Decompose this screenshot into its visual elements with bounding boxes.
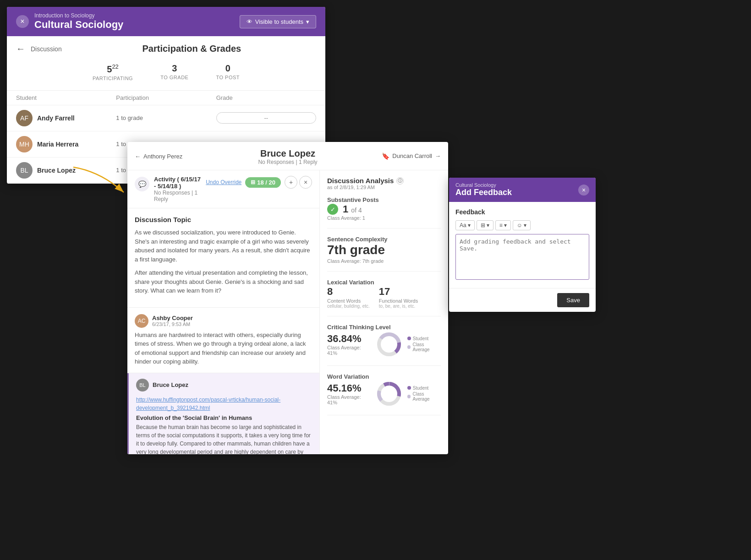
- substantive-posts-numbers: 1 of 4: [343, 203, 362, 215]
- comment-header-ashby: AC Ashby Cooper 6/23/17, 9:53 AM: [135, 314, 312, 328]
- bruce-comment-author: Bruce Lopez: [153, 381, 188, 388]
- content-words-label: Content Words: [327, 298, 370, 304]
- next-student-name: Duncan Carroll: [392, 152, 432, 159]
- detail-body: 💬 Activity ( 6/15/17 - 5/14/18 ) No Resp…: [127, 170, 448, 454]
- bruce-article-text: Because the human brain has become so la…: [136, 423, 312, 455]
- content-words-num: 8: [327, 286, 370, 298]
- student-cell-andy: AF Andy Farrell: [16, 110, 116, 126]
- critical-thinking-metric: Critical Thinking Level 36.84% Class Ave…: [327, 324, 441, 366]
- bookmark-icon: 🔖: [382, 152, 389, 160]
- student-name-andy: Andy Farrell: [37, 114, 75, 122]
- student-cell-maria: MH Maria Herrera: [16, 136, 116, 152]
- activity-info: Activity ( 6/15/17 - 5/14/18 ) No Respon…: [154, 176, 201, 202]
- main-panel-header: × Introduction to Sociology Cultural Soc…: [7, 7, 325, 36]
- participating-label: PARTICIPATING: [93, 76, 133, 81]
- avatar-ashby: AC: [135, 314, 148, 328]
- bruce-comment-section: BL Bruce Lopez http://www.huffingtonpost…: [127, 373, 319, 455]
- topic-paragraph-1: As we discussed socialization, you were …: [135, 228, 312, 264]
- left-pane: 💬 Activity ( 6/15/17 - 5/14/18 ) No Resp…: [127, 170, 320, 454]
- analysis-date: as of 2/8/19, 1:29 AM: [327, 185, 441, 190]
- next-student-button[interactable]: 🔖 Duncan Carroll →: [382, 152, 441, 160]
- critical-thinking-value-area: 36.84% Class Average: 41%: [327, 333, 371, 356]
- feedback-header: Cultural Sociology Add Feedback ×: [449, 178, 596, 202]
- student-legend: Student: [407, 336, 441, 341]
- activity-icon: 💬: [135, 177, 149, 191]
- feedback-textarea[interactable]: [455, 234, 589, 280]
- sentence-complexity-value: 7th grade: [327, 243, 441, 257]
- align-button[interactable]: ≡ ▾: [495, 220, 511, 230]
- font-size-button[interactable]: Aa ▾: [455, 220, 475, 230]
- feedback-panel: Cultural Sociology Add Feedback × Feedba…: [449, 178, 596, 312]
- comment-ashby: AC Ashby Cooper 6/23/17, 9:53 AM Humans …: [127, 308, 319, 373]
- to-post-stat: 0 TO POST: [216, 63, 240, 81]
- word-variation-value-area: 45.16% Class Average: 41%: [327, 382, 371, 405]
- feedback-header-text: Cultural Sociology Add Feedback: [455, 182, 512, 197]
- info-icon[interactable]: ⓘ: [396, 177, 404, 185]
- student-dot-wv: [407, 386, 411, 390]
- topic-title: Discussion Topic: [135, 216, 312, 223]
- col-participation: Participation: [116, 94, 216, 101]
- left-arrow-icon: ←: [135, 152, 141, 159]
- course-parent-label: Introduction to Sociology: [34, 12, 240, 19]
- chevron-down-icon-align: ▾: [504, 222, 507, 228]
- feedback-label: Feedback: [455, 208, 589, 216]
- student-name-bruce: Bruce Lopez: [37, 167, 76, 174]
- grid-icon: ⊞: [251, 179, 255, 185]
- feedback-toolbar: Aa ▾ ⊞ ▾ ≡ ▾ ☺ ▾: [455, 220, 589, 230]
- add-feedback-button[interactable]: +: [285, 176, 297, 189]
- critical-thinking-avg: Class Average: 41%: [327, 345, 371, 356]
- student-row-andy[interactable]: AF Andy Farrell 1 to grade --: [7, 105, 325, 131]
- participating-number: 522: [93, 63, 133, 75]
- detail-panel: ← Anthony Perez Bruce Lopez No Responses…: [127, 142, 448, 454]
- word-variation-donut-row: 45.16% Class Average: 41% Stude: [327, 380, 441, 408]
- main-panel-title-area: Introduction to Sociology Cultural Socio…: [29, 12, 240, 31]
- grade-badge: ⊞ 18 / 20: [245, 177, 281, 188]
- critical-thinking-donut-row: 36.84% Class Average: 41% Stude: [327, 331, 441, 358]
- stats-row: 522 PARTICIPATING 3 TO GRADE 0 TO POST: [7, 54, 325, 91]
- functional-words-label: Functional Words: [379, 298, 418, 304]
- functional-words-sub: to, be, are, is, etc.: [379, 304, 418, 309]
- sentence-complexity-metric: Sentence Complexity 7th grade Class Aver…: [327, 236, 441, 272]
- discussion-topic-section: Discussion Topic As we discussed sociali…: [127, 208, 319, 308]
- word-variation-label: Word Variation: [327, 373, 441, 380]
- class-avg-dot: [407, 345, 411, 349]
- bruce-article-title: Evolution of the 'Social Brain' in Human…: [136, 414, 312, 421]
- prev-student-button[interactable]: ← Anthony Perez: [135, 152, 182, 159]
- comment-author-info: Ashby Cooper 6/23/17, 9:53 AM: [152, 315, 193, 327]
- critical-thinking-donut: [375, 331, 403, 358]
- feedback-subtitle: Cultural Sociology: [455, 182, 512, 188]
- word-variation-legend: Student Class Average: [407, 386, 441, 402]
- word-variation-metric: Word Variation 45.16% Class Average: 41%: [327, 373, 441, 415]
- sentence-complexity-avg: Class Average: 7th grade: [327, 258, 441, 264]
- discussion-nav: ← Discussion Participation & Grades: [7, 36, 325, 54]
- bruce-comment-header: BL Bruce Lopez: [136, 379, 312, 391]
- content-words-sub: cellular, building, etc.: [327, 304, 370, 309]
- insert-button[interactable]: ⊞ ▾: [477, 220, 493, 230]
- lexical-row: 8 Content Words cellular, building, etc.…: [327, 286, 441, 309]
- chevron-down-icon-insert: ▾: [487, 222, 489, 228]
- right-pane-analysis: Discussion Analysis ⓘ as of 2/8/19, 1:29…: [320, 170, 448, 454]
- class-avg-legend: Class Average: [407, 342, 441, 352]
- word-variation-avg: Class Average: 41%: [327, 394, 371, 405]
- topic-paragraph-2: After attending the virtual presentation…: [135, 268, 312, 295]
- more-options-button[interactable]: ×: [299, 176, 312, 189]
- to-grade-stat: 3 TO GRADE: [160, 63, 188, 81]
- feedback-close-button[interactable]: ×: [578, 185, 589, 196]
- back-arrow-icon[interactable]: ←: [16, 43, 25, 54]
- prev-student-name: Anthony Perez: [143, 152, 182, 159]
- undo-override-link[interactable]: Undo Override: [206, 179, 241, 185]
- emoji-button[interactable]: ☺ ▾: [513, 220, 531, 230]
- visible-to-students-button[interactable]: 👁 Visible to students ▾: [240, 15, 316, 28]
- substantive-posts-value-row: ✓ 1 of 4: [327, 203, 441, 215]
- table-header: Student Participation Grade: [7, 91, 325, 105]
- main-panel-close-button[interactable]: ×: [16, 15, 29, 28]
- substantive-posts-label: Substantive Posts: [327, 196, 441, 203]
- avatar-bruce: BL: [16, 162, 33, 179]
- to-post-number: 0: [216, 63, 240, 74]
- grade-button-andy[interactable]: --: [216, 112, 316, 124]
- save-button[interactable]: Save: [557, 293, 589, 307]
- detail-header: ← Anthony Perez Bruce Lopez No Responses…: [127, 142, 448, 170]
- to-grade-label: TO GRADE: [160, 75, 188, 80]
- bruce-article-link[interactable]: http://www.huffingtonpost.com/pascal-vrt…: [136, 397, 280, 411]
- donut-legend: Student Class Average: [407, 336, 441, 353]
